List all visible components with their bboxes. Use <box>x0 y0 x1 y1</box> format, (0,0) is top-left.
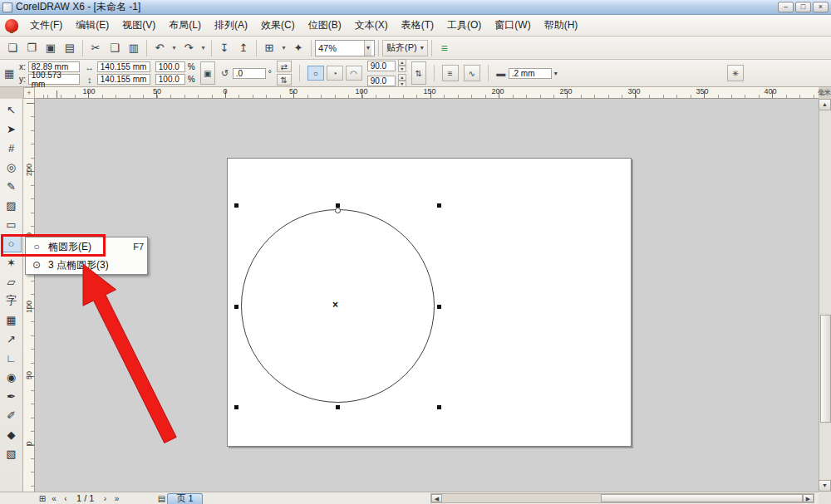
table-tool[interactable]: ▦ <box>2 311 22 329</box>
scale-x-field[interactable]: 100.0 <box>155 61 185 72</box>
print-button[interactable]: ▤ <box>61 39 79 57</box>
vertical-ruler[interactable]: 200 150 100 50 0 <box>23 99 35 492</box>
dimension-tool[interactable]: ↗ <box>2 330 22 348</box>
menu-bitmaps[interactable]: 位图(B) <box>302 16 348 35</box>
arc-start-angle-field[interactable]: 90.0 <box>367 61 396 71</box>
spinner-down-icon[interactable]: ▾ <box>398 81 406 87</box>
horizontal-ruler[interactable]: 100 50 0 50 100 150 200 250 300 350 400 <box>35 87 819 99</box>
eyedropper-tool[interactable]: ✒ <box>2 387 22 405</box>
arc-end-angle-field[interactable]: 90.0 <box>367 76 396 86</box>
arc-start-spinner[interactable]: ▴ ▾ <box>398 59 406 72</box>
outline-pen-tool[interactable]: ✐ <box>2 406 22 424</box>
menu-edit[interactable]: 编辑(E) <box>69 16 116 35</box>
zoom-tool[interactable]: ◎ <box>2 158 22 176</box>
freehand-tool[interactable]: ✎ <box>2 177 22 195</box>
add-page-button[interactable]: ⊞ <box>37 493 48 503</box>
save-button[interactable]: ▣ <box>42 39 60 57</box>
arc-mode-button[interactable]: ◠ <box>346 66 362 81</box>
y-position-field[interactable]: 100.573 mm <box>28 74 80 85</box>
ellipse-mode-button[interactable]: ○ <box>307 66 324 81</box>
menu-effects[interactable]: 效果(C) <box>254 16 302 35</box>
menu-arrange[interactable]: 排列(A) <box>208 16 254 35</box>
page-tab[interactable]: 页 1 <box>167 493 202 504</box>
cut-button[interactable]: ✂ <box>86 39 105 57</box>
smart-fill-tool[interactable]: ▨ <box>2 196 22 214</box>
menu-view[interactable]: 视图(V) <box>116 16 162 35</box>
object-height-field[interactable]: 140.155 mm <box>97 74 150 85</box>
spinner-down-icon[interactable]: ▾ <box>398 66 406 72</box>
pick-tool[interactable]: ↖ <box>2 100 22 119</box>
copy-button[interactable]: ❑ <box>106 39 124 57</box>
change-direction-button[interactable]: ⇅ <box>411 61 426 85</box>
chevron-down-icon[interactable]: ▾ <box>554 70 558 77</box>
redo-button[interactable]: ↷ <box>179 39 198 57</box>
next-page-button[interactable]: › <box>99 493 111 503</box>
undo-button[interactable]: ↶ <box>150 39 169 57</box>
new-document-button[interactable]: ❏ <box>3 39 22 57</box>
wrap-text-button[interactable]: ≡ <box>442 65 459 81</box>
ruler-origin-button[interactable]: + <box>23 87 35 99</box>
basic-shapes-tool[interactable]: ▱ <box>2 272 22 291</box>
spinner-up-icon[interactable]: ▴ <box>398 59 406 66</box>
previous-page-button[interactable]: ‹ <box>60 493 71 503</box>
fill-tool[interactable]: ◆ <box>2 425 22 443</box>
selection-handle[interactable] <box>234 405 238 409</box>
app-launcher-button[interactable]: ⊞ <box>260 39 278 57</box>
selection-handle[interactable] <box>437 203 441 208</box>
crop-tool[interactable]: # <box>2 139 22 157</box>
flyout-item-3point-ellipse[interactable]: ⊙ 3 点椭圆形(3) <box>26 256 147 274</box>
chevron-down-icon[interactable]: ▾ <box>364 41 371 56</box>
menu-table[interactable]: 表格(T) <box>395 16 440 35</box>
vertical-scroll-thumb[interactable] <box>820 315 831 423</box>
rotation-angle-field[interactable]: .0 <box>233 68 266 79</box>
zoom-level-select[interactable]: 47% ▾ <box>315 40 375 56</box>
selection-handle[interactable] <box>336 203 340 208</box>
connector-tool[interactable]: ∟ <box>2 349 22 367</box>
convert-to-curves-button[interactable]: ∿ <box>464 65 480 81</box>
import-button[interactable]: ↧ <box>215 39 234 57</box>
horizontal-scroll-thumb[interactable] <box>601 494 803 502</box>
close-button[interactable]: × <box>813 2 829 12</box>
ellipse-node[interactable] <box>335 208 341 213</box>
mirror-horizontal-button[interactable]: ⇄ <box>277 61 292 72</box>
horizontal-scrollbar[interactable]: ◀ ▶ <box>430 493 814 503</box>
object-width-field[interactable]: 140.155 mm <box>97 61 150 72</box>
selection-handle[interactable] <box>437 405 441 409</box>
mirror-vertical-button[interactable]: ⇅ <box>277 74 292 86</box>
welcome-screen-button[interactable]: ✦ <box>289 39 307 57</box>
menu-file[interactable]: 文件(F) <box>23 16 69 35</box>
lock-ratio-button[interactable]: ▣ <box>200 61 215 85</box>
options-button[interactable]: ≡ <box>435 39 454 57</box>
arc-end-spinner[interactable]: ▴ ▾ <box>398 74 406 87</box>
menu-tools[interactable]: 工具(O) <box>440 16 488 35</box>
scale-y-field[interactable]: 100.0 <box>155 74 185 85</box>
selection-handle[interactable] <box>234 305 238 309</box>
export-button[interactable]: ↥ <box>234 39 253 57</box>
scroll-right-button[interactable]: ▶ <box>803 494 814 502</box>
vertical-scrollbar[interactable]: ▲ ▼ <box>819 99 831 492</box>
menu-text[interactable]: 文本(X) <box>348 16 395 35</box>
rectangle-tool[interactable]: ▭ <box>2 215 22 233</box>
selection-handle[interactable] <box>437 305 441 309</box>
selection-handle[interactable] <box>336 405 340 409</box>
scroll-left-button[interactable]: ◀ <box>431 494 442 502</box>
selection-handle[interactable] <box>234 203 238 208</box>
snap-to-dropdown[interactable]: 贴齐(P) ▾ <box>382 40 428 56</box>
maximize-button[interactable]: □ <box>795 2 811 12</box>
undo-dropdown-icon[interactable]: ▾ <box>170 39 179 57</box>
pie-mode-button[interactable]: ◔ <box>327 66 343 81</box>
scroll-down-button[interactable]: ▼ <box>819 480 831 492</box>
shape-tool[interactable]: ➤ <box>2 120 22 138</box>
redo-dropdown-icon[interactable]: ▾ <box>199 39 208 57</box>
minimize-button[interactable]: – <box>778 2 794 12</box>
menu-window[interactable]: 窗口(W) <box>488 16 537 35</box>
menu-layout[interactable]: 布局(L) <box>162 16 208 35</box>
paste-button[interactable]: ▥ <box>125 39 143 57</box>
app-launcher-dropdown-icon[interactable]: ▾ <box>279 39 288 57</box>
first-page-button[interactable]: « <box>48 493 60 503</box>
outline-width-select[interactable]: .2 mm <box>509 68 552 79</box>
text-tool[interactable]: 字 <box>2 291 22 310</box>
menu-help[interactable]: 帮助(H) <box>538 16 585 35</box>
blend-tool[interactable]: ◉ <box>2 368 22 386</box>
scroll-up-button[interactable]: ▲ <box>819 99 831 110</box>
